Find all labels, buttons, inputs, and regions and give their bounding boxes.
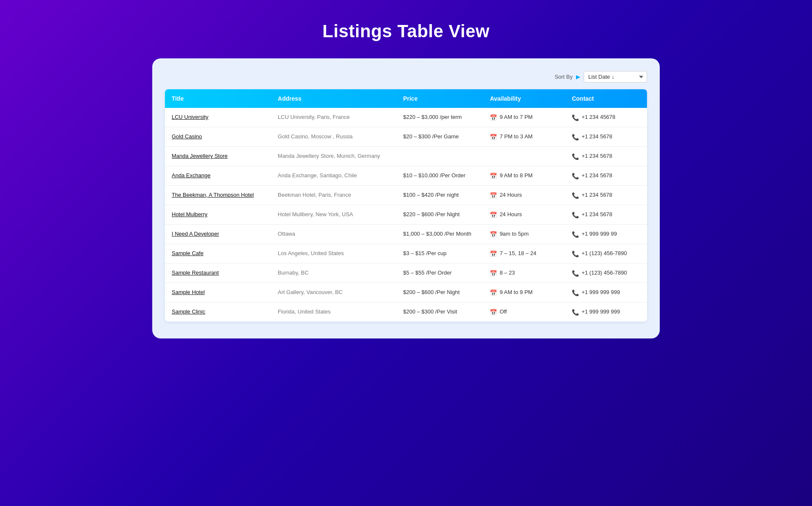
phone-icon: 📞 [572,192,579,199]
availability-cell: 📅8 – 23 [490,270,558,277]
contact-cell: 📞+1 234 5678 [572,192,640,199]
availability-cell: 📅7 PM to 3 AM [490,133,558,140]
address-text: Beekman Hotel, Paris, France [278,192,351,198]
calendar-icon: 📅 [490,250,497,257]
sort-by-label: Sort By [554,74,573,80]
table-row: Sample RestaurantBurnaby, BC$5 – $55 /Pe… [165,264,647,283]
phone-icon: 📞 [572,134,579,140]
sort-arrow-icon: ▶ [576,74,580,80]
table-row: Sample CafeLos Angeles, United States$3 … [165,244,647,264]
calendar-icon: 📅 [490,270,497,277]
address-text: Burnaby, BC [278,270,309,276]
availability-text: Off [499,308,507,315]
address-text: Los Angeles, United States [278,250,344,256]
table-row: Sample ClinicFlorida, United States$200 … [165,302,647,322]
main-container: Sort By ▶ List Date ↓Price ↑Price ↓Title… [152,58,660,338]
availability-cell: 📅9 AM to 7 PM [490,114,558,121]
phone-icon: 📞 [572,212,579,218]
listing-title-link[interactable]: Anda Exchange [172,172,211,179]
listings-table: Title Address Price Availability Contact… [165,89,647,322]
address-text: Manda Jewellery Store, Munich, Germany [278,153,380,159]
price-text: $220 – $3,000 /per term [403,114,462,120]
contact-cell: 📞+1 999 999 999 [572,308,640,316]
listing-title-link[interactable]: LCU University [172,114,208,120]
page-title: Listings Table View [0,21,812,41]
phone-icon: 📞 [572,309,579,316]
contact-phone-text: +1 234 45678 [582,114,615,120]
listing-title-link[interactable]: Manda Jewellery Store [172,153,228,159]
phone-icon: 📞 [572,250,579,257]
table-row: The Beekman, A Thompson HotelBeekman Hot… [165,186,647,205]
contact-cell: 📞+1 234 45678 [572,114,640,121]
calendar-icon: 📅 [490,309,497,316]
phone-icon: 📞 [572,270,579,277]
price-text: $1,000 – $3,000 /Per Month [403,231,471,237]
header-row: Title Address Price Availability Contact [165,89,647,108]
calendar-icon: 📅 [490,192,497,199]
availability-cell: 📅9 AM to 8 PM [490,172,558,179]
contact-cell: 📞+1 234 5678 [572,211,640,218]
calendar-icon: 📅 [490,231,497,238]
address-text: Anda Exchange, Santiago, Chile [278,172,357,179]
listing-title-link[interactable]: Hotel Mulberry [172,211,208,217]
contact-phone-text: +1 234 5678 [582,133,612,140]
table-row: Gold CasinoGold Casino, Moscow , Russia$… [165,127,647,147]
contact-phone-text: +1 (123) 456-7890 [582,270,627,276]
address-text: Hotel Mullbery, New York, USA [278,211,353,217]
page-header: Listings Table View [0,0,812,58]
listing-title-link[interactable]: The Beekman, A Thompson Hotel [172,192,254,198]
calendar-icon: 📅 [490,289,497,296]
contact-cell: 📞+1 (123) 456-7890 [572,250,640,257]
listing-title-link[interactable]: Sample Cafe [172,250,203,256]
table-row: Manda Jewellery StoreManda Jewellery Sto… [165,147,647,166]
listing-title-link[interactable]: Sample Hotel [172,289,205,295]
table-row: Hotel MulberryHotel Mullbery, New York, … [165,205,647,225]
contact-phone-text: +1 999 999 99 [582,231,617,237]
address-text: Ottawa [278,231,295,237]
availability-text: 9 AM to 9 PM [499,289,532,295]
address-text: Gold Casino, Moscow , Russia [278,133,353,140]
calendar-icon: 📅 [490,134,497,140]
availability-text: 8 – 23 [499,270,515,276]
table-body: LCU UniversityLCU University, Paris, Fra… [165,108,647,322]
contact-cell: 📞+1 999 999 99 [572,231,640,238]
availability-cell: 📅Off [490,308,558,316]
listing-title-link[interactable]: I Need A Developer [172,231,219,237]
toolbar: Sort By ▶ List Date ↓Price ↑Price ↓Title… [165,71,647,82]
phone-icon: 📞 [572,231,579,238]
contact-cell: 📞+1 999 999 999 [572,289,640,296]
availability-cell: 📅9 AM to 9 PM [490,289,558,296]
contact-phone-text: +1 234 5678 [582,192,612,198]
listings-table-wrapper: Title Address Price Availability Contact… [165,89,647,322]
availability-text: 24 Hours [499,192,522,198]
contact-phone-text: +1 234 5678 [582,153,612,159]
availability-cell: 📅24 Hours [490,192,558,199]
contact-cell: 📞+1 234 5678 [572,153,640,160]
price-text: $200 – $300 /Per Visit [403,308,457,315]
availability-text: 24 Hours [499,211,522,217]
availability-text: 9 AM to 8 PM [499,172,532,179]
availability-cell: 📅24 Hours [490,211,558,218]
price-text: $10 – $10,000 /Per Order [403,172,465,179]
price-text: $220 – $600 /Per Night [403,211,460,217]
availability-text: 7 PM to 3 AM [499,133,532,140]
col-header-contact: Contact [565,89,647,108]
calendar-icon: 📅 [490,114,497,121]
listing-title-link[interactable]: Sample Clinic [172,308,205,315]
address-text: Florida, United States [278,308,331,315]
availability-text: 9 AM to 7 PM [499,114,532,120]
col-header-title: Title [165,89,271,108]
table-row: LCU UniversityLCU University, Paris, Fra… [165,108,647,127]
availability-cell: 📅9am to 5pm [490,231,558,238]
contact-phone-text: +1 234 5678 [582,211,612,217]
sort-dropdown[interactable]: List Date ↓Price ↑Price ↓Title A-Z [584,71,647,82]
contact-phone-text: +1 (123) 456-7890 [582,250,627,256]
listing-title-link[interactable]: Sample Restaurant [172,270,219,276]
table-row: Anda ExchangeAnda Exchange, Santiago, Ch… [165,166,647,186]
col-header-price: Price [396,89,483,108]
availability-text: 9am to 5pm [499,231,529,237]
phone-icon: 📞 [572,153,579,160]
listing-title-link[interactable]: Gold Casino [172,133,202,140]
col-header-availability: Availability [483,89,565,108]
address-text: LCU University, Paris, France [278,114,350,120]
